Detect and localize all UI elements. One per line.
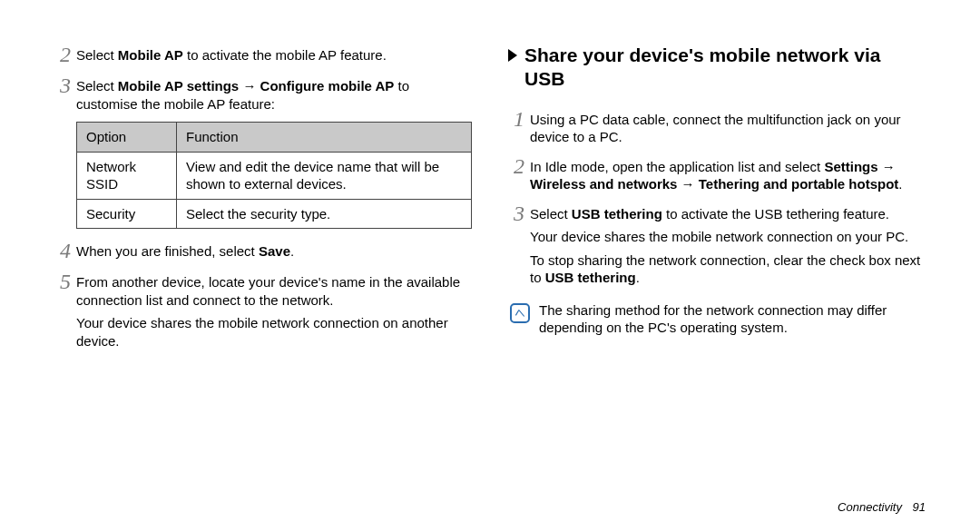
step-body: Select Mobile AP to activate the mobile … bbox=[76, 44, 472, 64]
text: to activate the USB tethering feature. bbox=[662, 206, 889, 222]
step-1-right: 1 Using a PC data cable, connect the mul… bbox=[508, 108, 926, 146]
bold: Tethering and portable hotspot bbox=[699, 176, 899, 192]
step-body: From another device, locate your device'… bbox=[76, 271, 472, 355]
left-column: 2 Select Mobile AP to activate the mobil… bbox=[54, 44, 472, 364]
text: Select bbox=[76, 47, 118, 63]
options-table-wrap: Option Function Network SSID View and ed… bbox=[76, 122, 472, 229]
paragraph: From another device, locate your device'… bbox=[76, 273, 472, 309]
step-5-left: 5 From another device, locate your devic… bbox=[54, 271, 472, 355]
chevron-right-icon bbox=[508, 49, 517, 62]
step-body: Using a PC data cable, connect the multi… bbox=[530, 108, 926, 146]
bold: USB tethering bbox=[545, 270, 636, 285]
footer-page-number: 91 bbox=[913, 500, 926, 514]
text: Select bbox=[76, 78, 118, 94]
bold: Mobile AP bbox=[118, 47, 183, 63]
text: Using a PC data cable, connect the multi… bbox=[530, 112, 901, 145]
note-icon bbox=[510, 303, 530, 323]
step-2-right: 2 In Idle mode, open the application lis… bbox=[508, 155, 926, 193]
text: In Idle mode, open the application list … bbox=[530, 159, 824, 174]
right-column: Share your device's mobile network via U… bbox=[508, 44, 926, 364]
page-columns: 2 Select Mobile AP to activate the mobil… bbox=[54, 44, 926, 364]
step-3-right: 3 Select USB tethering to activate the U… bbox=[508, 202, 926, 292]
step-3-left: 3 Select Mobile AP settings → Configure … bbox=[54, 74, 472, 113]
th-option: Option bbox=[77, 123, 177, 153]
step-number: 5 bbox=[54, 271, 76, 292]
bold: Wireless and networks bbox=[530, 176, 677, 192]
text: to activate the mobile AP feature. bbox=[183, 47, 387, 63]
paragraph: Your device shares the mobile network co… bbox=[530, 228, 926, 246]
th-function: Function bbox=[177, 123, 472, 153]
step-number: 1 bbox=[508, 108, 530, 130]
note-text: The sharing method for the network conne… bbox=[539, 301, 926, 337]
note: The sharing method for the network conne… bbox=[510, 301, 926, 337]
step-body: When you are finished, select Save. bbox=[76, 240, 472, 261]
step-number: 2 bbox=[508, 155, 530, 177]
arrow: → bbox=[677, 176, 698, 192]
bold: Settings bbox=[824, 159, 877, 174]
bold: USB tethering bbox=[572, 206, 662, 222]
text: . bbox=[898, 176, 902, 192]
step-body: In Idle mode, open the application list … bbox=[530, 155, 926, 193]
step-number: 3 bbox=[54, 74, 76, 96]
section-title: Share your device's mobile network via U… bbox=[508, 44, 926, 92]
options-table: Option Function Network SSID View and ed… bbox=[76, 122, 472, 229]
step-body: Select Mobile AP settings → Configure mo… bbox=[76, 74, 472, 113]
step-number: 3 bbox=[508, 202, 530, 224]
page-footer: Connectivity 91 bbox=[838, 500, 926, 516]
bold: Save bbox=[259, 243, 290, 259]
bold: Configure mobile AP bbox=[260, 78, 395, 94]
td-function: Select the security type. bbox=[177, 199, 472, 229]
step-number: 4 bbox=[54, 240, 76, 261]
section-title-text: Share your device's mobile network via U… bbox=[524, 44, 926, 92]
text: . bbox=[290, 243, 294, 259]
table-row: Network SSID View and edit the device na… bbox=[77, 152, 472, 199]
td-option: Security bbox=[77, 199, 177, 229]
step-2-left: 2 Select Mobile AP to activate the mobil… bbox=[54, 44, 472, 65]
paragraph: Your device shares the mobile network co… bbox=[76, 314, 472, 350]
step-number: 2 bbox=[54, 44, 76, 65]
text: . bbox=[636, 270, 640, 285]
paragraph: To stop sharing the network connection, … bbox=[530, 251, 926, 287]
table-row: Security Select the security type. bbox=[77, 199, 472, 229]
footer-section: Connectivity bbox=[838, 500, 902, 514]
step-body: Select USB tethering to activate the USB… bbox=[530, 202, 926, 292]
step-4-left: 4 When you are finished, select Save. bbox=[54, 240, 472, 261]
td-option: Network SSID bbox=[77, 152, 177, 199]
paragraph: Select USB tethering to activate the USB… bbox=[530, 205, 926, 223]
arrow: → bbox=[239, 78, 260, 94]
td-function: View and edit the device name that will … bbox=[177, 152, 472, 199]
text: Select bbox=[530, 206, 572, 222]
arrow: → bbox=[878, 159, 896, 174]
bold: Mobile AP settings bbox=[118, 78, 239, 94]
table-header-row: Option Function bbox=[77, 123, 472, 153]
text: When you are finished, select bbox=[76, 243, 259, 259]
